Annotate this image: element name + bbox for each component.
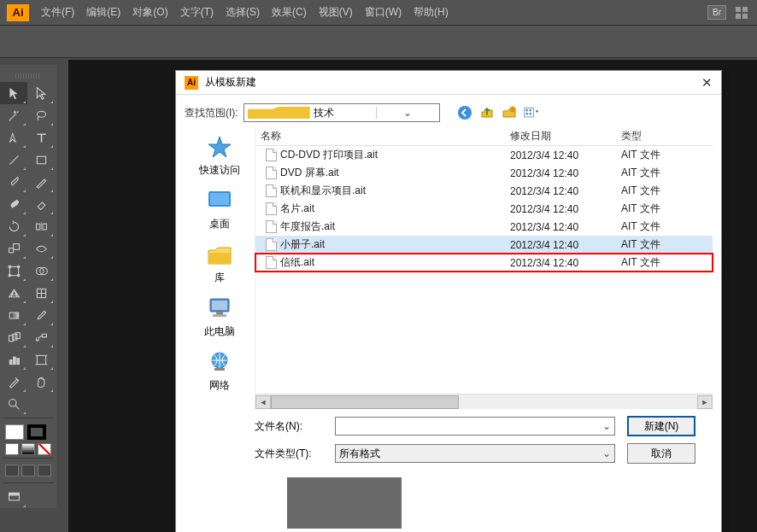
bridge-icon[interactable]: Br <box>707 5 726 20</box>
sidebar-this-pc[interactable]: 此电脑 <box>204 295 235 339</box>
filename-input[interactable]: ⌄ <box>335 417 615 436</box>
blob-brush-tool[interactable] <box>0 193 27 215</box>
scale-tool[interactable] <box>0 237 27 260</box>
draw-normal-icon[interactable] <box>5 465 19 476</box>
horizontal-scrollbar[interactable]: ◄ ► <box>255 394 713 409</box>
svg-point-12 <box>17 266 20 268</box>
sidebar-desktop[interactable]: 桌面 <box>205 188 234 231</box>
svg-rect-32 <box>525 109 527 111</box>
perspective-grid-tool[interactable] <box>0 282 27 304</box>
col-date-header[interactable]: 修改日期 <box>510 129 621 143</box>
col-name-header[interactable]: 名称 <box>255 129 510 143</box>
file-row[interactable]: 信纸.ait2012/3/4 12:40AIT 文件 <box>255 254 713 272</box>
folder-name: 技术 <box>314 106 376 120</box>
file-name: 年度报告.ait <box>280 219 335 234</box>
menu-edit[interactable]: 编辑(E) <box>86 5 120 20</box>
rotate-tool[interactable] <box>0 215 27 237</box>
chevron-down-icon[interactable]: ⌄ <box>376 107 439 119</box>
eyedropper-tool[interactable] <box>27 304 55 326</box>
draw-inside-icon[interactable] <box>38 465 51 476</box>
filetype-select[interactable]: 所有格式⌄ <box>335 444 615 463</box>
free-transform-tool[interactable] <box>0 260 27 282</box>
menu-select[interactable]: 选择(S) <box>226 5 260 20</box>
toolbox <box>0 65 56 508</box>
stroke-swatch[interactable] <box>27 424 46 440</box>
selection-tool[interactable] <box>0 82 27 104</box>
up-icon[interactable] <box>479 105 495 120</box>
file-row[interactable]: 名片.ait2012/3/4 12:40AIT 文件 <box>255 200 713 218</box>
scroll-right-icon[interactable]: ► <box>697 395 713 409</box>
hand-tool[interactable] <box>27 371 55 393</box>
color-mode-icon[interactable] <box>5 443 19 455</box>
file-row[interactable]: 年度报告.ait2012/3/4 12:40AIT 文件 <box>255 218 713 236</box>
back-icon[interactable] <box>457 105 472 120</box>
shape-builder-tool[interactable] <box>27 260 55 282</box>
sidebar-quick-access[interactable]: 快速访问 <box>199 134 240 178</box>
scroll-thumb[interactable] <box>271 395 459 409</box>
menu-file[interactable]: 文件(F) <box>41 5 74 20</box>
magic-wand-tool[interactable] <box>0 104 27 126</box>
mesh-tool[interactable] <box>27 282 55 304</box>
svg-rect-2 <box>736 14 741 19</box>
paintbrush-tool[interactable] <box>0 171 27 193</box>
file-icon <box>266 202 277 215</box>
menu-window[interactable]: 窗口(W) <box>365 5 402 20</box>
width-tool[interactable] <box>27 237 55 260</box>
pencil-tool[interactable] <box>27 171 55 193</box>
cancel-button[interactable]: 取消 <box>627 443 695 464</box>
template-preview <box>287 477 402 529</box>
svg-rect-35 <box>529 113 531 114</box>
filetype-label: 文件类型(T): <box>255 447 323 461</box>
lasso-tool[interactable] <box>27 104 55 126</box>
gradient-tool[interactable] <box>0 304 27 326</box>
file-name: 名片.ait <box>280 202 314 216</box>
file-name: CD-DVD 打印项目.ait <box>280 148 378 162</box>
screen-mode-tool[interactable] <box>0 486 27 508</box>
reflect-tool[interactable] <box>27 215 55 237</box>
new-folder-icon[interactable] <box>502 105 517 120</box>
lookup-label: 查找范围(I): <box>185 106 238 120</box>
svg-point-29 <box>458 106 472 120</box>
menubar: Ai 文件(F) 编辑(E) 对象(O) 文字(T) 选择(S) 效果(C) 视… <box>0 0 757 26</box>
svg-rect-22 <box>9 360 12 364</box>
file-row[interactable]: CD-DVD 打印项目.ait2012/3/4 12:40AIT 文件 <box>255 146 713 164</box>
scroll-left-icon[interactable]: ◄ <box>255 395 271 409</box>
symbol-sprayer-tool[interactable] <box>27 326 55 348</box>
draw-behind-icon[interactable] <box>21 465 35 476</box>
eraser-tool[interactable] <box>27 193 55 215</box>
menu-object[interactable]: 对象(O) <box>132 5 167 20</box>
close-button[interactable]: ✕ <box>701 75 713 91</box>
none-mode-icon[interactable] <box>38 443 51 455</box>
svg-rect-7 <box>43 224 46 230</box>
type-tool[interactable] <box>27 126 55 149</box>
sidebar-libraries[interactable]: 库 <box>205 242 234 285</box>
dialog-titlebar[interactable]: Ai 从模板新建 ✕ <box>176 71 721 95</box>
blend-tool[interactable] <box>0 326 27 348</box>
sidebar-network[interactable]: 网络 <box>205 349 234 393</box>
gradient-mode-icon[interactable] <box>21 443 35 455</box>
pen-tool[interactable] <box>0 126 27 149</box>
arrange-icon[interactable] <box>735 6 750 20</box>
menu-effect[interactable]: 效果(C) <box>272 5 307 20</box>
zoom-tool[interactable] <box>0 393 27 415</box>
column-graph-tool[interactable] <box>0 348 27 371</box>
list-header[interactable]: 名称 修改日期 类型 <box>255 127 713 146</box>
line-tool[interactable] <box>0 149 27 171</box>
slice-tool[interactable] <box>0 371 27 393</box>
artboard-tool[interactable] <box>27 348 55 371</box>
file-row[interactable]: 小册子.ait2012/3/4 12:40AIT 文件 <box>255 236 713 254</box>
fill-stroke-swatches[interactable] <box>0 421 56 443</box>
file-row[interactable]: DVD 屏幕.ait2012/3/4 12:40AIT 文件 <box>255 164 713 182</box>
view-menu-icon[interactable] <box>524 105 539 120</box>
file-row[interactable]: 联机和显示项目.ait2012/3/4 12:40AIT 文件 <box>255 182 713 200</box>
fill-swatch[interactable] <box>5 424 24 440</box>
direct-selection-tool[interactable] <box>27 82 55 104</box>
col-type-header[interactable]: 类型 <box>621 129 713 143</box>
folder-select[interactable]: 技术 ⌄ <box>244 103 440 122</box>
menu-help[interactable]: 帮助(H) <box>414 5 449 20</box>
menu-view[interactable]: 视图(V) <box>319 5 353 20</box>
rectangle-tool[interactable] <box>27 149 55 171</box>
new-button[interactable]: 新建(N) <box>627 416 695 436</box>
toolbox-grip[interactable] <box>15 73 41 79</box>
menu-type[interactable]: 文字(T) <box>180 5 214 20</box>
